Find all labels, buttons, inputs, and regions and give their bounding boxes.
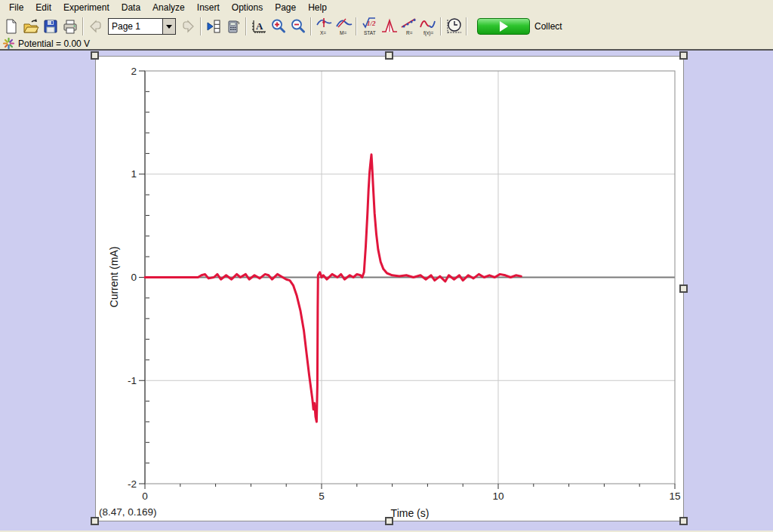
menu-page[interactable]: Page bbox=[269, 1, 302, 15]
svg-text:1/2: 1/2 bbox=[367, 20, 376, 27]
toolbar: Page 1 A X= M= 1/2STAT bbox=[0, 15, 773, 38]
open-folder-icon bbox=[23, 18, 39, 35]
autoscale-icon: A bbox=[251, 18, 267, 35]
live-readout-bar: Potential = 0.00 V bbox=[0, 38, 773, 51]
cursor-coordinates-readout: (8.47, 0.169) bbox=[99, 506, 157, 518]
curve-fit-button[interactable]: f(x)= bbox=[418, 17, 438, 36]
tangent-icon: M= bbox=[334, 17, 353, 36]
selection-handle-bottom-right[interactable] bbox=[679, 517, 688, 525]
menu-options[interactable]: Options bbox=[226, 1, 269, 15]
plot-canvas[interactable]: 051015210-1-2 bbox=[96, 57, 683, 521]
menu-experiment[interactable]: Experiment bbox=[57, 1, 115, 15]
zoom-in-icon bbox=[270, 18, 287, 35]
zoom-out-button[interactable] bbox=[288, 17, 308, 36]
toolbar-separator bbox=[82, 17, 84, 35]
toolbar-separator bbox=[200, 17, 202, 35]
potential-readout: Potential = 0.00 V bbox=[18, 38, 90, 49]
calculator-icon bbox=[225, 18, 242, 35]
toolbar-separator bbox=[466, 17, 467, 35]
save-button[interactable] bbox=[41, 17, 60, 36]
menu-bar: File Edit Experiment Data Analyze Insert… bbox=[0, 0, 773, 15]
svg-text:5: 5 bbox=[319, 490, 325, 502]
autoscale-button[interactable]: A bbox=[249, 17, 269, 36]
printer-icon bbox=[62, 18, 79, 35]
tangent-button[interactable]: M= bbox=[334, 17, 353, 36]
selection-handle-top-left[interactable] bbox=[91, 51, 99, 60]
toolbar-separator bbox=[310, 17, 312, 35]
svg-text:-2: -2 bbox=[128, 478, 137, 490]
live-readout-sparkle-icon bbox=[3, 38, 14, 49]
data-browser-button[interactable] bbox=[204, 17, 223, 36]
selection-handle-bottom-center[interactable] bbox=[385, 517, 393, 525]
svg-text:M=: M= bbox=[340, 30, 346, 35]
svg-text:STAT: STAT bbox=[364, 30, 376, 35]
svg-text:f(x)=: f(x)= bbox=[423, 30, 433, 36]
curve-fit-icon: f(x)= bbox=[419, 17, 437, 36]
statistics-button[interactable]: 1/2STAT bbox=[359, 17, 379, 36]
toolbar-separator bbox=[245, 17, 247, 35]
zoom-out-icon bbox=[290, 18, 306, 35]
linear-fit-icon: R= bbox=[399, 17, 417, 36]
svg-text:0: 0 bbox=[142, 490, 148, 502]
page-forward-icon bbox=[180, 18, 196, 35]
toolbar-separator bbox=[356, 17, 357, 35]
menu-insert[interactable]: Insert bbox=[191, 1, 226, 15]
dropdown-arrow-icon bbox=[166, 25, 172, 29]
calculator-button[interactable] bbox=[223, 17, 243, 36]
svg-text:1: 1 bbox=[131, 168, 137, 180]
integral-icon bbox=[380, 17, 398, 36]
menu-analyze[interactable]: Analyze bbox=[146, 1, 191, 15]
svg-text:15: 15 bbox=[669, 490, 680, 502]
linear-fit-button[interactable]: R= bbox=[399, 17, 418, 36]
toolbar-separator bbox=[440, 17, 442, 35]
svg-text:10: 10 bbox=[492, 490, 504, 502]
selection-handle-top-center[interactable] bbox=[385, 51, 393, 60]
collect-button-label: Collect bbox=[534, 21, 562, 32]
collect-button[interactable]: Collect bbox=[474, 17, 565, 35]
svg-text:0: 0 bbox=[131, 272, 137, 283]
statistics-icon: 1/2STAT bbox=[360, 17, 378, 36]
selection-handle-middle-right[interactable] bbox=[679, 284, 688, 293]
svg-text:2: 2 bbox=[131, 66, 137, 77]
examine-button[interactable]: X= bbox=[314, 17, 334, 36]
integral-button[interactable] bbox=[379, 17, 399, 36]
new-file-button[interactable] bbox=[2, 17, 21, 36]
menu-file[interactable]: File bbox=[3, 1, 29, 15]
zoom-in-button[interactable] bbox=[269, 17, 288, 36]
svg-text:X=: X= bbox=[320, 30, 326, 35]
save-floppy-icon bbox=[42, 18, 59, 35]
collect-play-icon bbox=[477, 18, 530, 35]
print-button[interactable] bbox=[60, 17, 80, 36]
selection-handle-top-right[interactable] bbox=[679, 51, 688, 60]
menu-data[interactable]: Data bbox=[115, 1, 146, 15]
page-back-icon bbox=[88, 18, 104, 35]
page-selector-value: Page 1 bbox=[109, 21, 162, 32]
menu-edit[interactable]: Edit bbox=[29, 1, 57, 15]
logger-pro-window: File Edit Experiment Data Analyze Insert… bbox=[0, 0, 773, 532]
new-document-icon bbox=[3, 18, 20, 35]
clock-icon bbox=[445, 17, 463, 36]
y-axis-label[interactable]: Current (mA) bbox=[108, 247, 120, 308]
page-selector-dropdown-button[interactable] bbox=[162, 19, 175, 34]
play-to-table-icon bbox=[205, 18, 222, 35]
svg-text:R=: R= bbox=[406, 30, 413, 35]
previous-page-button[interactable] bbox=[86, 17, 106, 36]
examine-icon: X= bbox=[315, 17, 333, 36]
svg-text:-1: -1 bbox=[128, 375, 137, 386]
page-selector[interactable]: Page 1 bbox=[108, 18, 176, 35]
selection-handle-bottom-left[interactable] bbox=[91, 517, 99, 525]
next-page-button[interactable] bbox=[178, 17, 198, 36]
open-file-button[interactable] bbox=[21, 17, 41, 36]
data-collection-setup-button[interactable] bbox=[444, 17, 463, 36]
menu-help[interactable]: Help bbox=[302, 1, 333, 15]
document-area[interactable]: 051015210-1-2 Current (mA) Time (s) (8.4… bbox=[0, 51, 773, 530]
x-axis-label[interactable]: Time (s) bbox=[391, 507, 430, 519]
svg-text:A: A bbox=[256, 20, 263, 32]
graph-object[interactable]: 051015210-1-2 Current (mA) Time (s) (8.4… bbox=[95, 56, 684, 521]
